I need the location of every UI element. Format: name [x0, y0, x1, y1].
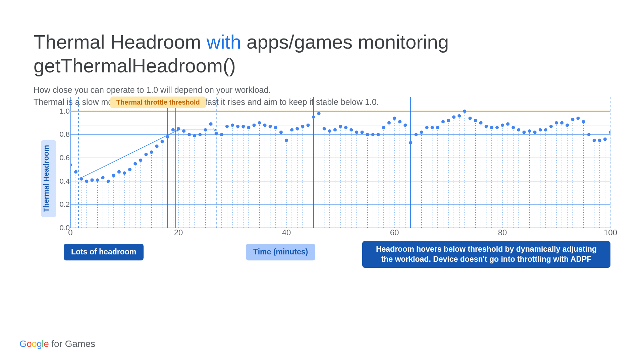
- svg-point-153: [247, 126, 250, 129]
- svg-point-194: [468, 117, 472, 120]
- svg-point-184: [414, 133, 418, 136]
- x-tick-label: 60: [390, 228, 399, 237]
- svg-point-169: [333, 128, 337, 132]
- svg-point-141: [182, 129, 185, 133]
- svg-point-190: [447, 119, 450, 122]
- x-tick-label: 20: [174, 228, 183, 237]
- svg-point-126: [101, 176, 105, 179]
- svg-point-196: [479, 121, 483, 125]
- svg-point-165: [312, 115, 315, 119]
- svg-point-125: [96, 178, 99, 182]
- svg-point-159: [279, 130, 283, 134]
- x-tick-label: 0: [68, 228, 72, 237]
- svg-point-166: [317, 112, 321, 115]
- svg-point-181: [398, 120, 401, 123]
- threshold-label: Thermal throttle threshold: [110, 97, 206, 108]
- x-tick-label: 100: [604, 228, 617, 237]
- svg-point-193: [463, 110, 466, 113]
- svg-point-149: [225, 125, 229, 128]
- svg-point-171: [344, 126, 347, 129]
- y-tick-label: 1.0: [54, 107, 70, 116]
- svg-point-185: [420, 130, 423, 134]
- svg-point-150: [231, 124, 234, 127]
- svg-point-163: [301, 125, 304, 128]
- svg-point-123: [85, 180, 88, 183]
- svg-point-176: [371, 133, 375, 136]
- svg-point-122: [79, 177, 83, 181]
- title-part-1: Thermal Headroom: [34, 31, 207, 53]
- svg-point-136: [155, 144, 159, 148]
- svg-point-133: [139, 159, 142, 162]
- svg-point-129: [117, 170, 121, 174]
- svg-point-128: [112, 174, 115, 177]
- svg-point-210: [555, 121, 558, 125]
- svg-point-198: [490, 126, 493, 129]
- svg-point-183: [409, 141, 412, 144]
- svg-point-142: [187, 133, 191, 136]
- x-axis-ticks: 020406080100: [70, 228, 610, 241]
- title-accent: with: [207, 31, 241, 53]
- x-tick-label: 40: [282, 228, 291, 237]
- svg-point-131: [128, 168, 131, 171]
- svg-point-208: [544, 128, 547, 132]
- subtitle-line-1: How close you can operate to 1.0 will de…: [34, 85, 271, 95]
- svg-point-170: [339, 125, 342, 128]
- svg-point-132: [133, 162, 137, 165]
- svg-point-135: [150, 150, 153, 154]
- svg-point-199: [495, 126, 499, 129]
- svg-point-173: [355, 130, 358, 134]
- annotation-pills: Lots of headroom Time (minutes) Headroom…: [53, 243, 610, 275]
- svg-point-204: [522, 130, 526, 134]
- x-axis-label: Time (minutes): [246, 244, 315, 260]
- svg-point-155: [258, 121, 261, 125]
- svg-point-138: [166, 135, 169, 138]
- svg-point-219: [603, 137, 607, 141]
- y-tick-label: 0.0: [54, 224, 70, 232]
- svg-point-160: [285, 139, 288, 142]
- svg-point-157: [269, 125, 272, 128]
- svg-point-172: [350, 128, 353, 132]
- y-tick-label: 0.4: [54, 177, 70, 186]
- svg-point-188: [436, 126, 439, 129]
- brand-suffix: for Games: [51, 339, 95, 349]
- brand-footer: Google for Games: [19, 339, 95, 349]
- svg-point-168: [328, 129, 331, 133]
- svg-point-145: [204, 128, 207, 132]
- svg-point-207: [539, 128, 542, 132]
- svg-point-154: [252, 124, 256, 127]
- svg-point-162: [296, 127, 299, 130]
- svg-point-178: [382, 126, 385, 129]
- svg-point-140: [177, 127, 180, 130]
- annotation-left: Lots of headroom: [64, 244, 144, 260]
- svg-point-144: [198, 133, 202, 136]
- svg-point-201: [506, 122, 509, 126]
- svg-point-191: [452, 115, 455, 119]
- y-tick-label: 0.2: [54, 200, 70, 209]
- svg-point-158: [274, 126, 277, 129]
- svg-point-187: [431, 126, 434, 129]
- svg-point-146: [209, 122, 213, 126]
- svg-point-124: [90, 178, 94, 182]
- svg-point-182: [404, 124, 407, 127]
- plot-svg-container: Thermal throttle threshold: [70, 97, 610, 228]
- svg-point-174: [360, 130, 364, 134]
- svg-point-214: [576, 117, 580, 120]
- svg-point-179: [387, 121, 391, 125]
- slide: Thermal Headroom with apps/games monitor…: [0, 0, 644, 362]
- y-tick-label: 0.8: [54, 130, 70, 139]
- svg-point-197: [485, 125, 488, 128]
- svg-point-186: [425, 126, 429, 129]
- svg-point-209: [549, 125, 553, 128]
- svg-point-148: [220, 133, 223, 136]
- svg-point-195: [474, 119, 477, 122]
- svg-point-147: [215, 132, 218, 135]
- svg-point-167: [323, 127, 326, 130]
- svg-point-152: [241, 125, 245, 128]
- svg-point-177: [377, 133, 380, 136]
- svg-point-175: [366, 133, 369, 136]
- svg-point-200: [501, 124, 504, 127]
- svg-point-205: [528, 129, 531, 133]
- svg-point-206: [533, 130, 537, 134]
- svg-point-151: [236, 125, 239, 128]
- svg-point-216: [587, 133, 591, 136]
